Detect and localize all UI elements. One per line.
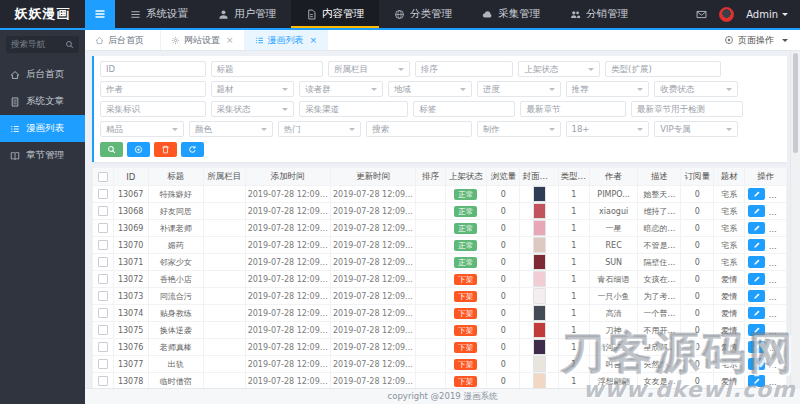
nav-item[interactable]: 采集管理 <box>467 0 555 28</box>
delete-button[interactable] <box>770 324 787 336</box>
cell-title[interactable]: 贴身教练 <box>148 305 204 322</box>
status-badge[interactable]: 正常 <box>454 206 477 217</box>
row-checkbox[interactable] <box>98 223 108 233</box>
cell-title[interactable]: 邻家少女 <box>148 254 204 271</box>
filter-field[interactable]: 上架状态 <box>518 61 600 77</box>
edit-button[interactable] <box>748 205 765 217</box>
cell-title[interactable]: 媚药 <box>148 237 204 254</box>
filter-button[interactable] <box>127 142 150 157</box>
delete-button[interactable] <box>770 290 787 302</box>
status-badge[interactable]: 正常 <box>454 240 477 251</box>
cover-image[interactable] <box>533 220 546 236</box>
cell-title[interactable]: 特殊癖好 <box>148 186 204 203</box>
close-icon[interactable]: × <box>310 35 318 45</box>
vertical-scrollbar[interactable] <box>790 51 800 389</box>
admin-menu[interactable]: Admin <box>746 9 788 20</box>
row-checkbox[interactable] <box>98 240 108 250</box>
cell-title[interactable]: 同流合污 <box>148 288 204 305</box>
filter-field[interactable]: 精品 <box>100 121 184 137</box>
row-checkbox[interactable] <box>98 189 108 199</box>
cell-title[interactable]: 香艳小店 <box>148 271 204 288</box>
filter-field[interactable]: 采集标识 <box>100 101 206 117</box>
row-checkbox[interactable] <box>98 359 108 369</box>
cover-image[interactable] <box>533 186 546 202</box>
delete-button[interactable] <box>770 239 787 251</box>
status-badge[interactable]: 下架 <box>454 376 477 387</box>
message-icon[interactable] <box>696 9 707 20</box>
filter-field[interactable]: 最新章节用于检测 <box>631 101 743 117</box>
sidebar-item[interactable]: 章节管理 <box>0 142 85 169</box>
cell-title[interactable]: 老师真棒 <box>148 339 204 356</box>
cover-image[interactable] <box>533 288 546 304</box>
filter-field[interactable]: 采集状态 <box>211 101 295 117</box>
filter-button[interactable] <box>181 142 204 157</box>
row-checkbox[interactable] <box>98 376 108 386</box>
tab[interactable]: 漫画列表 × <box>245 30 329 50</box>
edit-button[interactable] <box>748 324 765 336</box>
scrollbar-thumb[interactable] <box>793 53 798 153</box>
row-checkbox[interactable] <box>98 308 108 318</box>
edit-button[interactable] <box>748 273 765 285</box>
sidebar-item[interactable]: 后台首页 <box>0 61 85 88</box>
cover-image[interactable] <box>533 237 546 253</box>
filter-button[interactable] <box>154 142 177 157</box>
sidebar-item[interactable]: 漫画列表 <box>0 115 85 142</box>
filter-field[interactable]: ID <box>100 61 206 77</box>
edit-button[interactable] <box>748 358 765 370</box>
edit-button[interactable] <box>748 239 765 251</box>
row-checkbox[interactable] <box>98 206 108 216</box>
delete-button[interactable] <box>770 375 787 387</box>
cover-image[interactable] <box>533 271 546 287</box>
nav-item[interactable]: 用户管理 <box>203 0 291 28</box>
edit-button[interactable] <box>748 188 765 200</box>
close-icon[interactable]: × <box>226 35 234 45</box>
filter-field[interactable]: 题材 <box>211 81 295 97</box>
edit-button[interactable] <box>748 341 765 353</box>
status-badge[interactable]: 下架 <box>454 359 477 370</box>
cell-title[interactable]: 补课老师 <box>148 220 204 237</box>
nav-item[interactable]: 系统设置 <box>115 0 203 28</box>
edit-button[interactable] <box>748 290 765 302</box>
sidebar-toggle-button[interactable] <box>85 0 115 28</box>
filter-field[interactable]: 采集渠道 <box>299 101 408 117</box>
nav-item[interactable]: 分类管理 <box>379 0 467 28</box>
nav-item[interactable]: 内容管理 <box>291 0 379 28</box>
status-badge[interactable]: 下架 <box>454 274 477 285</box>
filter-field[interactable]: 搜索 <box>366 121 472 137</box>
status-badge[interactable]: 下架 <box>454 291 477 302</box>
sidebar-search-input[interactable]: 搜索导航 <box>6 36 79 53</box>
filter-field[interactable]: 最新章节 <box>520 101 626 117</box>
page-actions-dropdown[interactable]: 页面操作 <box>712 30 800 50</box>
delete-button[interactable] <box>770 222 787 234</box>
cover-image[interactable] <box>533 203 546 219</box>
status-badge[interactable]: 正常 <box>454 257 477 268</box>
edit-button[interactable] <box>748 222 765 234</box>
filter-field[interactable]: 制作 <box>477 121 561 137</box>
sidebar-item[interactable]: 系统文章 <box>0 88 85 115</box>
select-all-checkbox[interactable] <box>98 172 108 182</box>
row-checkbox[interactable] <box>98 325 108 335</box>
filter-field[interactable]: 作者 <box>100 81 206 97</box>
filter-field[interactable]: 所属栏目 <box>328 61 410 77</box>
cover-image[interactable] <box>533 356 546 372</box>
delete-button[interactable] <box>770 358 787 370</box>
filter-field[interactable]: 热门 <box>278 121 362 137</box>
delete-button[interactable] <box>770 273 787 285</box>
status-badge[interactable]: 下架 <box>454 342 477 353</box>
status-badge[interactable]: 正常 <box>454 189 477 200</box>
delete-button[interactable] <box>770 188 787 200</box>
status-badge[interactable]: 下架 <box>454 325 477 336</box>
filter-field[interactable]: 读者群 <box>299 81 383 97</box>
tab[interactable]: 网站设置 × <box>161 30 245 50</box>
filter-field[interactable]: 排序 <box>415 61 514 77</box>
cell-title[interactable]: 换体逆袭 <box>148 322 204 339</box>
cover-image[interactable] <box>533 373 546 389</box>
cell-title[interactable]: 出轨 <box>148 356 204 373</box>
cover-image[interactable] <box>533 305 546 321</box>
filter-field[interactable]: 标签 <box>413 101 515 117</box>
nav-item[interactable]: 分销管理 <box>555 0 643 28</box>
filter-field[interactable]: 颜色 <box>189 121 273 137</box>
edit-button[interactable] <box>748 307 765 319</box>
filter-field[interactable]: 推荐 <box>566 81 650 97</box>
filter-field[interactable]: 地域 <box>388 81 472 97</box>
